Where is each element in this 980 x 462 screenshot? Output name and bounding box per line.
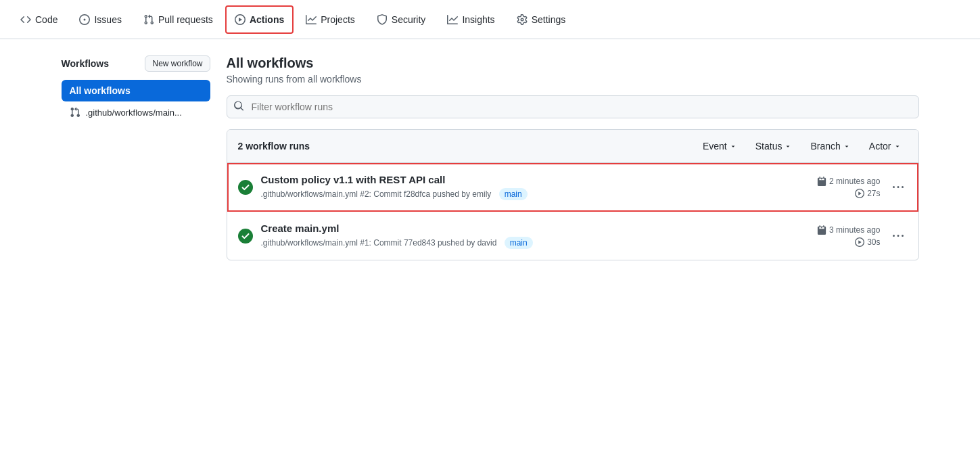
actor-filter-button[interactable]: Actor: [862, 138, 908, 154]
nav-pr-label: Pull requests: [158, 14, 213, 25]
event-filter-button[interactable]: Event: [696, 138, 743, 154]
projects-icon: [306, 14, 317, 25]
run-time-2: 3 minutes ago 30s: [799, 225, 881, 247]
nav-insights-label: Insights: [462, 14, 494, 25]
run-duration-2: 30s: [867, 237, 880, 247]
sidebar-title: Workflows: [62, 58, 110, 69]
insights-icon: [447, 14, 458, 25]
filter-search-icon: [233, 101, 244, 114]
nav-settings-label: Settings: [532, 14, 566, 25]
status-filter-label: Status: [755, 141, 783, 152]
run-status-success-icon-2: [238, 229, 253, 244]
nav-security-label: Security: [392, 14, 426, 25]
run-time-ago-2: 3 minutes ago: [829, 225, 880, 235]
security-icon: [377, 14, 388, 25]
workflow-runs-table: 2 workflow runs Event Status: [227, 129, 919, 260]
run-row-1[interactable]: Custom policy v1.1 with REST API call .g…: [227, 163, 918, 212]
issues-icon: [79, 14, 90, 25]
calendar-icon-1: [817, 177, 826, 186]
sidebar: Workflows New workflow All workflows .gi…: [62, 55, 210, 260]
clock-icon-2: [855, 237, 864, 247]
calendar-icon-2: [817, 225, 826, 235]
page-subtitle: Showing runs from all workflows: [227, 74, 919, 85]
nav-item-projects[interactable]: Projects: [296, 5, 365, 34]
nav-item-actions[interactable]: Actions: [225, 5, 294, 34]
page-layout: Workflows New workflow All workflows .gi…: [51, 39, 930, 277]
actions-icon: [235, 14, 246, 25]
chevron-down-icon: [843, 143, 850, 149]
nav-item-security[interactable]: Security: [367, 5, 436, 34]
nav-actions-label: Actions: [250, 14, 284, 25]
settings-icon: [517, 14, 528, 25]
runs-table-header: 2 workflow runs Event Status: [227, 130, 918, 163]
nav-item-settings[interactable]: Settings: [507, 5, 576, 34]
status-filter-button[interactable]: Status: [749, 138, 799, 154]
runs-count: 2 workflow runs: [238, 141, 696, 152]
run-more-button-2[interactable]: [889, 227, 908, 246]
run-duration-line-1: 27s: [799, 189, 881, 198]
page-title: All workflows: [227, 55, 919, 71]
workflow-file-icon: [70, 107, 80, 118]
run-meta-text-2: .github/workflows/main.yml #1: Commit 77…: [261, 238, 497, 248]
filter-workflow-runs-input[interactable]: [227, 95, 919, 118]
sidebar-header: Workflows New workflow: [62, 55, 210, 72]
run-time-1: 2 minutes ago 27s: [799, 177, 881, 198]
run-row-2[interactable]: Create main.yml .github/workflows/main.y…: [227, 212, 918, 260]
main-workflow-label: .github/workflows/main...: [86, 108, 182, 118]
actor-filter-label: Actor: [869, 141, 891, 152]
chevron-down-icon: [785, 143, 791, 149]
run-meta-text-1: .github/workflows/main.yml #2: Commit f2…: [261, 189, 492, 199]
sidebar-item-all-workflows[interactable]: All workflows: [62, 80, 210, 101]
run-time-line-1: 2 minutes ago: [799, 177, 881, 186]
run-branch-badge-1[interactable]: main: [499, 188, 528, 200]
run-title-1[interactable]: Custom policy v1.1 with REST API call: [261, 174, 791, 185]
chevron-down-icon: [894, 143, 901, 149]
filter-container: [227, 95, 919, 118]
run-duration-1: 27s: [867, 189, 880, 198]
nav-issues-label: Issues: [94, 14, 121, 25]
nav-item-pullrequests[interactable]: Pull requests: [134, 5, 223, 34]
branch-filter-label: Branch: [810, 141, 840, 152]
run-branch-badge-2[interactable]: main: [505, 237, 533, 249]
run-title-2[interactable]: Create main.yml: [261, 223, 791, 234]
run-time-ago-1: 2 minutes ago: [829, 177, 880, 186]
runs-filters: Event Status Branch: [696, 138, 908, 154]
code-icon: [20, 14, 31, 25]
run-meta-2: .github/workflows/main.yml #1: Commit 77…: [261, 237, 791, 249]
branch-filter-button[interactable]: Branch: [803, 138, 856, 154]
run-time-line-2: 3 minutes ago: [799, 225, 881, 235]
new-workflow-button[interactable]: New workflow: [145, 55, 210, 72]
run-info-1: Custom policy v1.1 with REST API call .g…: [261, 174, 791, 200]
run-info-2: Create main.yml .github/workflows/main.y…: [261, 223, 791, 249]
main-content: All workflows Showing runs from all work…: [227, 55, 919, 260]
clock-icon-1: [855, 189, 864, 198]
pr-icon: [143, 14, 154, 25]
event-filter-label: Event: [703, 141, 727, 152]
run-more-button-1[interactable]: [889, 178, 908, 197]
chevron-down-icon: [730, 143, 737, 149]
run-duration-line-2: 30s: [799, 237, 881, 247]
nav-code-label: Code: [35, 14, 57, 25]
sidebar-item-main-workflow[interactable]: .github/workflows/main...: [62, 103, 210, 122]
all-workflows-label: All workflows: [70, 85, 131, 96]
nav-projects-label: Projects: [321, 14, 355, 25]
run-status-success-icon-1: [238, 180, 253, 195]
nav-item-insights[interactable]: Insights: [438, 5, 504, 34]
nav-item-issues[interactable]: Issues: [70, 5, 131, 34]
run-meta-1: .github/workflows/main.yml #2: Commit f2…: [261, 188, 791, 200]
top-nav: Code Issues Pull requests Actions: [0, 0, 980, 39]
nav-item-code[interactable]: Code: [11, 5, 67, 34]
